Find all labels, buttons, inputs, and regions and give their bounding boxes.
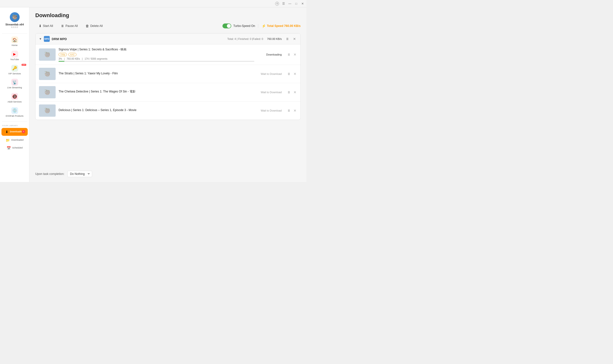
delete-all-button[interactable]: 🗑 Delete All bbox=[82, 23, 106, 29]
toolbar: ⬇ Start All ⏸ Pause All 🗑 Delete All Tur… bbox=[35, 23, 301, 29]
pause-all-label: Pause All bbox=[65, 24, 78, 28]
close-button[interactable]: ✕ bbox=[301, 2, 305, 6]
item-status: Wait to Download bbox=[257, 91, 282, 94]
livestream-icon: 📡 bbox=[12, 80, 17, 85]
download-item: 🦥 The Straits | Series 1: Yawor My Lovel… bbox=[36, 65, 300, 83]
item-thumbnail: 🦥 bbox=[39, 68, 56, 80]
settings-icon[interactable]: ⚙ bbox=[275, 2, 279, 6]
maximize-button[interactable]: □ bbox=[294, 2, 298, 6]
item-pause-button[interactable]: ⏸ bbox=[287, 90, 291, 95]
group-stats: Total: 4 | Finished: 0 |Failed: 0 bbox=[227, 38, 263, 40]
progress-bar-bg bbox=[58, 61, 254, 62]
completion-label: Upon task completion: bbox=[35, 172, 64, 176]
group-actions: ⏸ ✕ bbox=[285, 37, 297, 41]
item-info: Signora Volpe | Series 1: Secrets & Sacr… bbox=[58, 47, 254, 62]
separator: | bbox=[82, 57, 83, 60]
library-divider bbox=[2, 121, 27, 122]
item-info: Delicious | Series 1: Delicious – Series… bbox=[58, 108, 254, 113]
library-section-label: YOUR LIBRARY bbox=[0, 123, 29, 128]
toggle-knob bbox=[227, 24, 231, 28]
thumb-placeholder: 🦥 bbox=[44, 89, 51, 95]
thumb-placeholder: 🦥 bbox=[44, 52, 51, 57]
item-remove-button[interactable]: ✕ bbox=[293, 108, 297, 113]
hot-badge: HOT bbox=[22, 64, 26, 66]
progress-bar-fill bbox=[58, 61, 64, 62]
downloaded-icon: 📁 bbox=[6, 138, 10, 142]
item-pause-button[interactable]: ⏸ bbox=[287, 108, 291, 113]
group-close-button[interactable]: ✕ bbox=[292, 37, 297, 41]
group-type-icon: MPD bbox=[44, 36, 50, 42]
main-content: Downloading ⬇ Start All ⏸ Pause All 🗑 De… bbox=[29, 7, 306, 182]
sidebar-item-label: VIP Services bbox=[8, 72, 21, 75]
sidebar-item-label: Adult Services bbox=[8, 101, 22, 103]
sidebar-item-vip[interactable]: 🔑 VIP Services HOT bbox=[0, 63, 29, 77]
item-status: Wait to Download bbox=[257, 109, 282, 112]
notification-badge: 4 bbox=[22, 130, 25, 133]
sidebar-item-label: YouTube bbox=[10, 58, 19, 61]
group-name: DRM MPD bbox=[52, 37, 227, 41]
thumb-placeholder: 🦥 bbox=[44, 71, 51, 77]
vip-icon: 🔑 bbox=[12, 66, 17, 70]
item-remove-button[interactable]: ✕ bbox=[293, 90, 297, 95]
item-info: The Straits | Series 1: Yawor My Lovely … bbox=[58, 72, 254, 76]
item-segments: 174 / 5006 segments bbox=[84, 57, 107, 60]
sidebar-item-label: Live Streaming bbox=[7, 86, 22, 89]
scheduled-icon: 📅 bbox=[7, 146, 11, 150]
sidebar-item-label: Scheduled bbox=[12, 146, 23, 149]
sidebar-item-scheduled[interactable]: 📅 Scheduled bbox=[0, 144, 29, 152]
item-thumbnail: 🦥 bbox=[39, 104, 56, 117]
download-item: 🦥 Delicious | Series 1: Delicious – Seri… bbox=[36, 102, 300, 120]
title-bar: ⚙ ☰ — □ ✕ bbox=[0, 0, 306, 7]
logo-area: 🦥 Streamfab x64 6.0.0.0 bbox=[0, 10, 29, 32]
turbo-label: Turbo-Speed On bbox=[233, 24, 255, 28]
item-pause-button[interactable]: ⏸ bbox=[287, 52, 291, 57]
sidebar-item-downloading[interactable]: ⬇ Downloading 4 bbox=[1, 128, 28, 136]
sidebar-item-home[interactable]: 🏠 Home bbox=[0, 35, 29, 49]
turbo-toggle[interactable] bbox=[223, 24, 231, 28]
app-name: Streamfab x64 bbox=[5, 23, 24, 26]
item-status: Wait to Download bbox=[257, 72, 282, 75]
sidebar-item-adult[interactable]: 🔞 Adult Services bbox=[0, 91, 29, 105]
delete-all-icon: 🗑 bbox=[85, 24, 89, 28]
sidebar-item-youtube[interactable]: ▶ YouTube bbox=[0, 49, 29, 63]
separator: | bbox=[64, 57, 65, 60]
item-remove-button[interactable]: ✕ bbox=[293, 52, 297, 57]
app-version: 6.0.0.0 bbox=[11, 26, 18, 28]
download-group: ▼ MPD DRM MPD Total: 4 | Finished: 0 |Fa… bbox=[35, 33, 301, 120]
item-title: Delicious | Series 1: Delicious – Series… bbox=[58, 108, 254, 112]
hamburger-icon[interactable]: ☰ bbox=[281, 2, 285, 6]
bottom-bar: Upon task completion: Do Nothing bbox=[35, 167, 301, 177]
item-status: Downloading bbox=[257, 53, 282, 56]
item-thumbnail: 🦥 bbox=[39, 86, 56, 98]
start-all-icon: ⬇ bbox=[39, 24, 42, 28]
item-badges: 720p AAC bbox=[58, 53, 254, 56]
pause-all-button[interactable]: ⏸ Pause All bbox=[57, 23, 81, 29]
item-pause-button[interactable]: ⏸ bbox=[287, 71, 291, 76]
item-title: Signora Volpe | Series 1: Secrets & Sacr… bbox=[58, 47, 254, 52]
item-remove-button[interactable]: ✕ bbox=[293, 71, 297, 76]
group-chevron-icon[interactable]: ▼ bbox=[39, 37, 42, 41]
start-all-button[interactable]: ⬇ Start All bbox=[35, 23, 56, 29]
youtube-icon: ▶ bbox=[13, 52, 16, 56]
sidebar-item-dvdfab[interactable]: 💿 DVDFab Products bbox=[0, 105, 29, 119]
turbo-area: Turbo-Speed On bbox=[223, 24, 255, 28]
total-speed-label: Total Speed 760.00 KB/s bbox=[267, 24, 301, 28]
item-title: The Chelsea Detective | Series 1: The Wa… bbox=[58, 90, 254, 94]
group-pause-button[interactable]: ⏸ bbox=[285, 37, 290, 41]
app-logo: 🦥 bbox=[10, 12, 20, 22]
minimize-button[interactable]: — bbox=[288, 2, 292, 6]
sidebar-item-label: DVDFab Products bbox=[6, 115, 24, 117]
download-item: 🦥 The Chelsea Detective | Series 1: The … bbox=[36, 83, 300, 102]
item-title: The Straits | Series 1: Yawor My Lovely … bbox=[58, 72, 254, 75]
item-thumbnail: 🦥 bbox=[39, 48, 56, 61]
sidebar-item-downloaded[interactable]: 📁 Downloaded bbox=[0, 136, 29, 144]
group-header: ▼ MPD DRM MPD Total: 4 | Finished: 0 |Fa… bbox=[36, 34, 300, 45]
home-icon: 🏠 bbox=[12, 38, 17, 42]
item-info: The Chelsea Detective | Series 1: The Wa… bbox=[58, 90, 254, 95]
sidebar: 🦥 Streamfab x64 6.0.0.0 🏠 Home ▶ YouTube… bbox=[0, 7, 29, 182]
group-speed: 760.00 KB/s bbox=[267, 38, 282, 40]
completion-select[interactable]: Do Nothing bbox=[67, 171, 92, 177]
sidebar-item-livestream[interactable]: 📡 Live Streaming bbox=[0, 77, 29, 91]
delete-all-label: Delete All bbox=[90, 24, 103, 28]
item-speed: 760.00 KB/s bbox=[67, 57, 80, 60]
